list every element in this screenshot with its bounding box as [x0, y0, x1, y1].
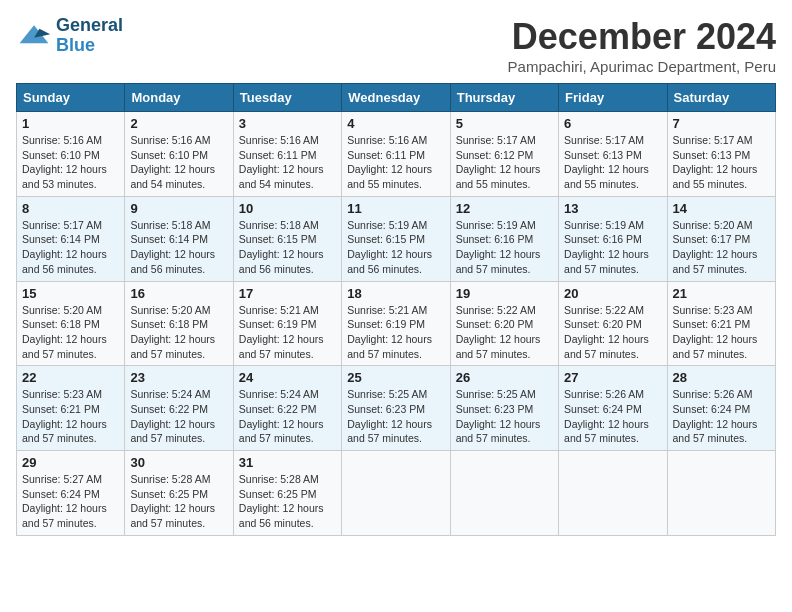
day-info: Sunrise: 5:16 AMSunset: 6:10 PMDaylight:…	[22, 133, 119, 192]
day-info: Sunrise: 5:19 AMSunset: 6:15 PMDaylight:…	[347, 218, 444, 277]
day-cell: 11Sunrise: 5:19 AMSunset: 6:15 PMDayligh…	[342, 196, 450, 281]
day-info: Sunrise: 5:21 AMSunset: 6:19 PMDaylight:…	[239, 303, 336, 362]
day-cell: 16Sunrise: 5:20 AMSunset: 6:18 PMDayligh…	[125, 281, 233, 366]
day-info: Sunrise: 5:17 AMSunset: 6:14 PMDaylight:…	[22, 218, 119, 277]
calendar-table: SundayMondayTuesdayWednesdayThursdayFrid…	[16, 83, 776, 536]
day-cell: 20Sunrise: 5:22 AMSunset: 6:20 PMDayligh…	[559, 281, 667, 366]
day-cell	[450, 451, 558, 536]
day-info: Sunrise: 5:17 AMSunset: 6:12 PMDaylight:…	[456, 133, 553, 192]
day-number: 3	[239, 116, 336, 131]
day-number: 19	[456, 286, 553, 301]
day-number: 7	[673, 116, 770, 131]
day-number: 8	[22, 201, 119, 216]
day-cell: 3Sunrise: 5:16 AMSunset: 6:11 PMDaylight…	[233, 112, 341, 197]
day-info: Sunrise: 5:27 AMSunset: 6:24 PMDaylight:…	[22, 472, 119, 531]
day-cell: 30Sunrise: 5:28 AMSunset: 6:25 PMDayligh…	[125, 451, 233, 536]
day-info: Sunrise: 5:22 AMSunset: 6:20 PMDaylight:…	[564, 303, 661, 362]
logo-text: General Blue	[56, 16, 123, 56]
weekday-header-monday: Monday	[125, 84, 233, 112]
day-info: Sunrise: 5:20 AMSunset: 6:18 PMDaylight:…	[22, 303, 119, 362]
day-info: Sunrise: 5:16 AMSunset: 6:10 PMDaylight:…	[130, 133, 227, 192]
day-number: 13	[564, 201, 661, 216]
day-cell: 13Sunrise: 5:19 AMSunset: 6:16 PMDayligh…	[559, 196, 667, 281]
day-cell: 14Sunrise: 5:20 AMSunset: 6:17 PMDayligh…	[667, 196, 775, 281]
day-number: 26	[456, 370, 553, 385]
day-cell: 19Sunrise: 5:22 AMSunset: 6:20 PMDayligh…	[450, 281, 558, 366]
weekday-header-saturday: Saturday	[667, 84, 775, 112]
day-info: Sunrise: 5:20 AMSunset: 6:17 PMDaylight:…	[673, 218, 770, 277]
day-cell: 28Sunrise: 5:26 AMSunset: 6:24 PMDayligh…	[667, 366, 775, 451]
logo-icon	[16, 18, 52, 54]
day-info: Sunrise: 5:17 AMSunset: 6:13 PMDaylight:…	[564, 133, 661, 192]
day-info: Sunrise: 5:25 AMSunset: 6:23 PMDaylight:…	[456, 387, 553, 446]
day-info: Sunrise: 5:18 AMSunset: 6:15 PMDaylight:…	[239, 218, 336, 277]
day-number: 15	[22, 286, 119, 301]
day-info: Sunrise: 5:23 AMSunset: 6:21 PMDaylight:…	[22, 387, 119, 446]
day-number: 5	[456, 116, 553, 131]
day-cell: 31Sunrise: 5:28 AMSunset: 6:25 PMDayligh…	[233, 451, 341, 536]
day-cell: 17Sunrise: 5:21 AMSunset: 6:19 PMDayligh…	[233, 281, 341, 366]
day-cell: 18Sunrise: 5:21 AMSunset: 6:19 PMDayligh…	[342, 281, 450, 366]
month-title: December 2024	[508, 16, 776, 58]
page-header: General Blue December 2024 Pampachiri, A…	[16, 16, 776, 75]
day-cell: 24Sunrise: 5:24 AMSunset: 6:22 PMDayligh…	[233, 366, 341, 451]
day-cell	[559, 451, 667, 536]
weekday-header-friday: Friday	[559, 84, 667, 112]
day-number: 30	[130, 455, 227, 470]
day-cell	[667, 451, 775, 536]
day-info: Sunrise: 5:20 AMSunset: 6:18 PMDaylight:…	[130, 303, 227, 362]
day-cell: 21Sunrise: 5:23 AMSunset: 6:21 PMDayligh…	[667, 281, 775, 366]
day-cell: 2Sunrise: 5:16 AMSunset: 6:10 PMDaylight…	[125, 112, 233, 197]
day-info: Sunrise: 5:25 AMSunset: 6:23 PMDaylight:…	[347, 387, 444, 446]
day-number: 9	[130, 201, 227, 216]
day-cell: 27Sunrise: 5:26 AMSunset: 6:24 PMDayligh…	[559, 366, 667, 451]
day-number: 20	[564, 286, 661, 301]
day-info: Sunrise: 5:18 AMSunset: 6:14 PMDaylight:…	[130, 218, 227, 277]
day-cell: 4Sunrise: 5:16 AMSunset: 6:11 PMDaylight…	[342, 112, 450, 197]
day-cell: 15Sunrise: 5:20 AMSunset: 6:18 PMDayligh…	[17, 281, 125, 366]
weekday-header-tuesday: Tuesday	[233, 84, 341, 112]
weekday-header-thursday: Thursday	[450, 84, 558, 112]
day-cell: 23Sunrise: 5:24 AMSunset: 6:22 PMDayligh…	[125, 366, 233, 451]
day-info: Sunrise: 5:24 AMSunset: 6:22 PMDaylight:…	[239, 387, 336, 446]
day-cell: 10Sunrise: 5:18 AMSunset: 6:15 PMDayligh…	[233, 196, 341, 281]
day-cell: 7Sunrise: 5:17 AMSunset: 6:13 PMDaylight…	[667, 112, 775, 197]
day-info: Sunrise: 5:19 AMSunset: 6:16 PMDaylight:…	[564, 218, 661, 277]
day-number: 11	[347, 201, 444, 216]
day-number: 24	[239, 370, 336, 385]
day-info: Sunrise: 5:28 AMSunset: 6:25 PMDaylight:…	[239, 472, 336, 531]
day-number: 28	[673, 370, 770, 385]
week-row-1: 1Sunrise: 5:16 AMSunset: 6:10 PMDaylight…	[17, 112, 776, 197]
day-cell: 1Sunrise: 5:16 AMSunset: 6:10 PMDaylight…	[17, 112, 125, 197]
day-info: Sunrise: 5:23 AMSunset: 6:21 PMDaylight:…	[673, 303, 770, 362]
day-info: Sunrise: 5:26 AMSunset: 6:24 PMDaylight:…	[564, 387, 661, 446]
day-cell: 22Sunrise: 5:23 AMSunset: 6:21 PMDayligh…	[17, 366, 125, 451]
day-cell	[342, 451, 450, 536]
week-row-2: 8Sunrise: 5:17 AMSunset: 6:14 PMDaylight…	[17, 196, 776, 281]
day-number: 27	[564, 370, 661, 385]
day-cell: 9Sunrise: 5:18 AMSunset: 6:14 PMDaylight…	[125, 196, 233, 281]
logo: General Blue	[16, 16, 123, 56]
day-number: 22	[22, 370, 119, 385]
day-info: Sunrise: 5:24 AMSunset: 6:22 PMDaylight:…	[130, 387, 227, 446]
day-number: 31	[239, 455, 336, 470]
calendar-body: 1Sunrise: 5:16 AMSunset: 6:10 PMDaylight…	[17, 112, 776, 536]
week-row-3: 15Sunrise: 5:20 AMSunset: 6:18 PMDayligh…	[17, 281, 776, 366]
day-number: 2	[130, 116, 227, 131]
day-number: 6	[564, 116, 661, 131]
day-number: 12	[456, 201, 553, 216]
day-cell: 29Sunrise: 5:27 AMSunset: 6:24 PMDayligh…	[17, 451, 125, 536]
day-info: Sunrise: 5:28 AMSunset: 6:25 PMDaylight:…	[130, 472, 227, 531]
day-number: 4	[347, 116, 444, 131]
day-number: 29	[22, 455, 119, 470]
day-number: 16	[130, 286, 227, 301]
day-cell: 12Sunrise: 5:19 AMSunset: 6:16 PMDayligh…	[450, 196, 558, 281]
day-cell: 25Sunrise: 5:25 AMSunset: 6:23 PMDayligh…	[342, 366, 450, 451]
week-row-4: 22Sunrise: 5:23 AMSunset: 6:21 PMDayligh…	[17, 366, 776, 451]
day-cell: 26Sunrise: 5:25 AMSunset: 6:23 PMDayligh…	[450, 366, 558, 451]
day-number: 1	[22, 116, 119, 131]
day-info: Sunrise: 5:21 AMSunset: 6:19 PMDaylight:…	[347, 303, 444, 362]
day-cell: 5Sunrise: 5:17 AMSunset: 6:12 PMDaylight…	[450, 112, 558, 197]
day-number: 21	[673, 286, 770, 301]
day-info: Sunrise: 5:26 AMSunset: 6:24 PMDaylight:…	[673, 387, 770, 446]
